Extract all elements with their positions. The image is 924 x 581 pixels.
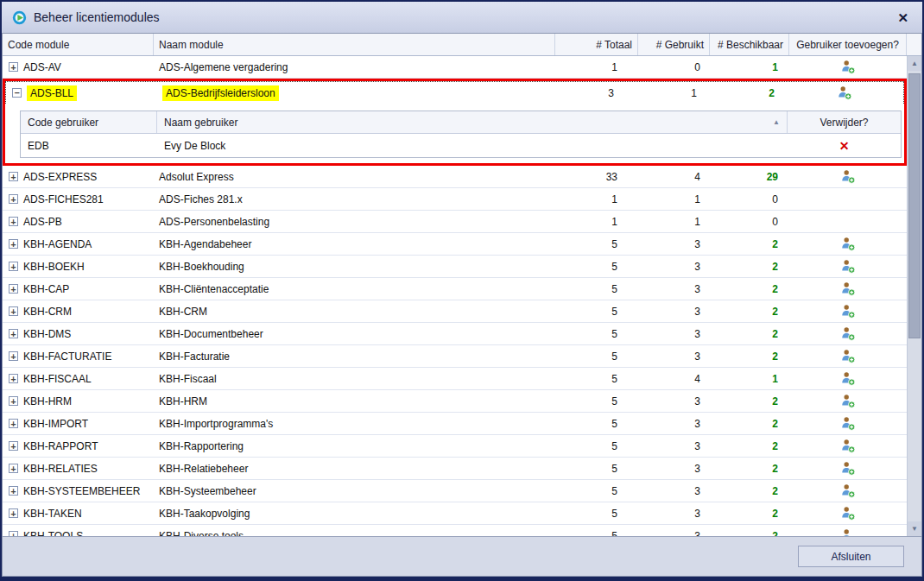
- cell-beschikbaar: 0: [710, 188, 789, 210]
- expand-toggle-icon[interactable]: +: [9, 194, 18, 204]
- column-header-naam-gebruiker[interactable]: Naam gebruiker ▲: [157, 111, 788, 133]
- subtable-header-row: Code gebruiker Naam gebruiker ▲ Verwijde…: [21, 111, 901, 134]
- table-row[interactable]: + KBH-HRM KBH-HRM 5 3 2: [3, 390, 907, 413]
- add-user-icon[interactable]: [840, 439, 856, 453]
- table-row[interactable]: + KBH-TOOLS KBH-Diverse tools 5 3 2: [3, 525, 907, 536]
- add-user-icon[interactable]: [840, 371, 856, 386]
- expand-toggle-icon[interactable]: +: [9, 419, 18, 428]
- expand-toggle-icon[interactable]: +: [9, 441, 18, 451]
- expand-toggle-icon[interactable]: +: [9, 508, 18, 518]
- add-user-icon[interactable]: [840, 60, 856, 74]
- cell-totaal: 3: [552, 82, 635, 104]
- column-header-naam-module[interactable]: Naam module: [154, 34, 555, 55]
- add-user-icon[interactable]: [840, 528, 856, 536]
- add-user-icon[interactable]: [840, 237, 856, 251]
- column-header-beschikbaar[interactable]: # Beschikbaar: [710, 34, 789, 55]
- expand-toggle-icon[interactable]: +: [9, 351, 18, 361]
- expand-toggle-icon[interactable]: +: [9, 486, 18, 496]
- expand-toggle-icon[interactable]: +: [9, 217, 18, 226]
- expand-toggle-icon[interactable]: −: [12, 88, 22, 98]
- user-row[interactable]: EDB Evy De Block ✕: [21, 134, 901, 157]
- expand-toggle-icon[interactable]: +: [9, 531, 18, 536]
- table-row[interactable]: + KBH-RELATIES KBH-Relatiebeheer 5 3 2: [3, 458, 907, 480]
- module-name: KBH-Taakopvolging: [159, 508, 250, 520]
- add-user-icon[interactable]: [840, 483, 856, 498]
- table-row[interactable]: + ADS-EXPRESS Adsolut Express 33 4 29: [3, 166, 907, 188]
- expand-toggle-icon[interactable]: +: [9, 396, 18, 406]
- module-name: ADS-Personenbelasting: [159, 216, 269, 228]
- cell-totaal: 5: [555, 480, 638, 502]
- module-code: KBH-CAP: [23, 283, 69, 295]
- table-row[interactable]: + KBH-BOEKH KBH-Boekhouding 5 3 2: [3, 256, 907, 278]
- module-name: KBH-HRM: [159, 395, 207, 407]
- table-row[interactable]: + ADS-FICHES281 ADS-Fiches 281.x 1 1 0: [3, 188, 907, 211]
- title-bar[interactable]: Beheer licentiemodules ✕: [2, 2, 922, 33]
- column-header-verwijder[interactable]: Verwijder?: [788, 111, 901, 133]
- dialog-content: Code module Naam module # Totaal # Gebru…: [2, 33, 922, 577]
- table-row[interactable]: + KBH-IMPORT KBH-Importprogramma's 5 3 2: [3, 413, 907, 435]
- user-code: EDB: [21, 134, 157, 157]
- dialog-window: Beheer licentiemodules ✕ Code module Naa…: [0, 0, 924, 581]
- scroll-down-icon[interactable]: ▼: [908, 521, 921, 536]
- add-user-icon[interactable]: [840, 506, 856, 521]
- table-row[interactable]: + KBH-CRM KBH-CRM 5 3 2: [3, 300, 907, 323]
- add-user-icon[interactable]: [837, 85, 852, 100]
- expand-toggle-icon[interactable]: +: [9, 62, 18, 72]
- cell-gebruikt: 3: [638, 413, 710, 434]
- column-header-code-module[interactable]: Code module: [3, 34, 154, 55]
- expand-toggle-icon[interactable]: +: [9, 306, 18, 316]
- expand-toggle-icon[interactable]: +: [9, 374, 18, 383]
- cell-gebruikt: 1: [635, 82, 706, 104]
- delete-user-icon[interactable]: ✕: [839, 139, 850, 153]
- table-row[interactable]: + KBH-SYSTEEMBEHEER KBH-Systeembeheer 5 …: [3, 480, 907, 502]
- expand-toggle-icon[interactable]: +: [9, 172, 18, 181]
- add-user-icon[interactable]: [840, 304, 856, 319]
- table-row[interactable]: + KBH-TAKEN KBH-Taakopvolging 5 3 2: [3, 502, 907, 525]
- column-header-code-gebruiker[interactable]: Code gebruiker: [21, 111, 157, 133]
- expand-toggle-icon[interactable]: +: [9, 329, 18, 338]
- table-row[interactable]: + KBH-CAP KBH-Cliëntenacceptatie 5 3 2: [3, 278, 907, 300]
- table-row[interactable]: + KBH-AGENDA KBH-Agendabeheer 5 3 2: [3, 233, 907, 256]
- expand-toggle-icon[interactable]: +: [9, 262, 18, 271]
- cell-totaal: 33: [555, 166, 638, 187]
- table-row[interactable]: + KBH-RAPPORT KBH-Rapportering 5 3 2: [3, 435, 907, 458]
- table-row[interactable]: + KBH-FISCAAL KBH-Fiscaal 5 4 1: [3, 368, 907, 390]
- expand-toggle-icon[interactable]: +: [9, 284, 18, 294]
- table-row[interactable]: + ADS-AV ADS-Algemene vergadering 1 0 1: [3, 56, 907, 79]
- column-header-totaal[interactable]: # Totaal: [555, 34, 638, 55]
- add-user-icon[interactable]: [840, 349, 856, 363]
- cell-gebruikt: 3: [638, 458, 710, 479]
- scrollbar-thumb[interactable]: [908, 73, 921, 338]
- module-code: ADS-EXPRESS: [23, 171, 97, 183]
- add-user-icon[interactable]: [840, 326, 856, 341]
- module-code: ADS-PB: [23, 216, 62, 228]
- module-name: KBH-Systeembeheer: [159, 485, 256, 497]
- add-user-icon[interactable]: [840, 394, 856, 408]
- table-row[interactable]: + KBH-DMS KBH-Documentbeheer 5 3 2: [3, 323, 907, 345]
- scroll-up-icon[interactable]: ▲: [908, 56, 921, 71]
- cell-gebruikt: 3: [638, 256, 710, 277]
- add-user-icon[interactable]: [840, 281, 856, 296]
- cell-gebruikt: 3: [638, 323, 710, 344]
- cell-beschikbaar: 2: [706, 82, 786, 104]
- table-row[interactable]: + ADS-PB ADS-Personenbelasting 1 1 0: [3, 211, 907, 233]
- expand-toggle-icon[interactable]: +: [9, 239, 18, 249]
- module-name: Adsolut Express: [159, 171, 234, 183]
- module-name: KBH-Diverse tools: [159, 530, 244, 537]
- column-header-gebruiker-toevoegen[interactable]: Gebruiker toevoegen?: [789, 34, 907, 55]
- vertical-scrollbar[interactable]: ▲ ▼: [907, 56, 921, 536]
- table-row[interactable]: + KBH-FACTURATIE KBH-Facturatie 5 3 2: [3, 345, 907, 368]
- cell-gebruikt: 3: [638, 300, 710, 322]
- add-user-icon[interactable]: [840, 416, 856, 431]
- column-header-gebruikt[interactable]: # Gebruikt: [638, 34, 710, 55]
- table-row[interactable]: − ADS-BLL ADS-Bedrijfsleidersloon 3 1 2: [5, 81, 904, 104]
- module-code: KBH-BOEKH: [23, 261, 85, 273]
- afsluiten-button[interactable]: Afsluiten: [798, 546, 904, 567]
- add-user-icon[interactable]: [840, 169, 856, 184]
- add-user-icon[interactable]: [840, 461, 856, 476]
- close-icon[interactable]: ✕: [894, 11, 912, 24]
- cell-totaal: 5: [555, 368, 638, 389]
- cell-beschikbaar: 2: [710, 256, 789, 277]
- add-user-icon[interactable]: [840, 259, 856, 274]
- expand-toggle-icon[interactable]: +: [9, 464, 18, 473]
